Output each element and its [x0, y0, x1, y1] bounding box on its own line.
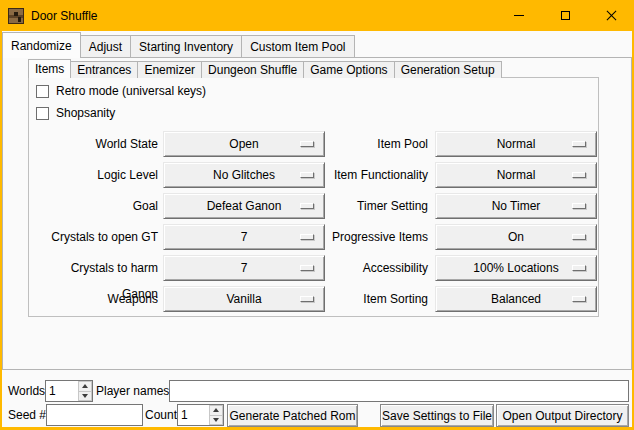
logic-level-dropdown[interactable]: No Glitches — [163, 162, 325, 188]
accessibility-label: Accessibility — [302, 255, 428, 281]
tab-custom-item-pool[interactable]: Custom Item Pool — [241, 35, 354, 58]
shopsanity-row: Shopsanity — [36, 106, 115, 120]
worlds-input[interactable] — [46, 381, 78, 401]
save-settings-button[interactable]: Save Settings to File — [380, 404, 494, 427]
tab-adjust[interactable]: Adjust — [80, 35, 131, 58]
crystals-harm-ganon-dropdown[interactable]: 7 — [163, 255, 325, 281]
shopsanity-checkbox[interactable] — [36, 107, 49, 120]
door-shuffle-window: Door Shuffle Randomize Adjust Starting I… — [0, 0, 634, 430]
retro-mode-checkbox[interactable] — [36, 85, 49, 98]
player-names-label: Player names — [96, 380, 169, 402]
count-spin-up-button[interactable] — [209, 405, 223, 415]
generate-patched-rom-button[interactable]: Generate Patched Rom — [227, 404, 358, 427]
worlds-spinbox — [45, 380, 93, 402]
retro-mode-row: Retro mode (universal keys) — [36, 84, 206, 98]
goal-label: Goal — [32, 193, 158, 219]
timer-setting-label: Timer Setting — [302, 193, 428, 219]
tab-game-options[interactable]: Game Options — [303, 61, 394, 78]
timer-setting-dropdown[interactable]: No Timer — [435, 193, 597, 219]
dropdown-indicator-icon — [572, 265, 586, 271]
logic-level-label: Logic Level — [32, 162, 158, 188]
crystals-open-gt-dropdown[interactable]: 7 — [163, 224, 325, 250]
accessibility-dropdown[interactable]: 100% Locations — [435, 255, 597, 281]
title-bar: Door Shuffle — [0, 0, 634, 31]
main-tab-bar: Randomize Adjust Starting Inventory Cust… — [2, 32, 354, 58]
window-body: Randomize Adjust Starting Inventory Cust… — [2, 31, 632, 427]
tab-items[interactable]: Items — [28, 59, 71, 78]
minimize-icon — [514, 15, 524, 16]
worlds-label: Worlds — [8, 380, 45, 402]
item-functionality-dropdown[interactable]: Normal — [435, 162, 597, 188]
seed-input[interactable] — [46, 404, 143, 426]
minimize-button[interactable] — [496, 0, 542, 30]
item-pool-dropdown[interactable]: Normal — [435, 131, 597, 157]
item-sorting-label: Item Sorting — [302, 286, 428, 312]
tab-randomize[interactable]: Randomize — [2, 32, 81, 58]
player-names-input[interactable] — [169, 380, 629, 402]
close-button[interactable] — [588, 0, 634, 30]
dropdown-indicator-icon — [572, 234, 586, 240]
tab-starting-inventory[interactable]: Starting Inventory — [130, 35, 242, 58]
close-icon — [606, 10, 617, 21]
progressive-items-label: Progressive Items — [302, 224, 428, 250]
item-functionality-label: Item Functionality — [302, 162, 428, 188]
maximize-button[interactable] — [542, 0, 588, 30]
goal-dropdown[interactable]: Defeat Ganon — [163, 193, 325, 219]
progressive-items-dropdown[interactable]: On — [435, 224, 597, 250]
item-pool-label: Item Pool — [302, 131, 428, 157]
arrow-down-icon — [82, 394, 88, 398]
count-label: Count — [145, 404, 177, 426]
count-spinbox — [177, 404, 224, 426]
count-input[interactable] — [178, 405, 209, 425]
retro-mode-label: Retro mode (universal keys) — [56, 84, 206, 98]
arrow-up-icon — [213, 408, 219, 412]
maximize-icon — [561, 11, 570, 20]
window-title: Door Shuffle — [31, 9, 98, 23]
seed-label: Seed # — [8, 404, 46, 426]
sub-tab-bar: Items Entrances Enemizer Dungeon Shuffle… — [28, 59, 501, 78]
tab-entrances[interactable]: Entrances — [70, 61, 138, 78]
count-spin-down-button[interactable] — [209, 415, 223, 426]
arrow-down-icon — [213, 418, 219, 422]
arrow-up-icon — [82, 384, 88, 388]
world-state-dropdown[interactable]: Open — [163, 131, 325, 157]
worlds-spin-up-button[interactable] — [78, 381, 92, 391]
tab-enemizer[interactable]: Enemizer — [137, 61, 202, 78]
tab-dungeon-shuffle[interactable]: Dungeon Shuffle — [201, 61, 304, 78]
crystals-harm-ganon-label: Crystals to harm Ganon — [32, 255, 158, 281]
weapons-dropdown[interactable]: Vanilla — [163, 286, 325, 312]
app-door-icon — [8, 8, 24, 24]
tab-generation-setup[interactable]: Generation Setup — [394, 61, 502, 78]
crystals-open-gt-label: Crystals to open GT — [32, 224, 158, 250]
dropdown-indicator-icon — [572, 203, 586, 209]
weapons-label: Weapons — [32, 286, 158, 312]
dropdown-indicator-icon — [572, 296, 586, 302]
shopsanity-label: Shopsanity — [56, 106, 115, 120]
item-sorting-dropdown[interactable]: Balanced — [435, 286, 597, 312]
dropdown-indicator-icon — [572, 141, 586, 147]
world-state-label: World State — [32, 131, 158, 157]
open-output-directory-button[interactable]: Open Output Directory — [496, 404, 629, 427]
worlds-spin-down-button[interactable] — [78, 391, 92, 402]
dropdown-indicator-icon — [572, 172, 586, 178]
